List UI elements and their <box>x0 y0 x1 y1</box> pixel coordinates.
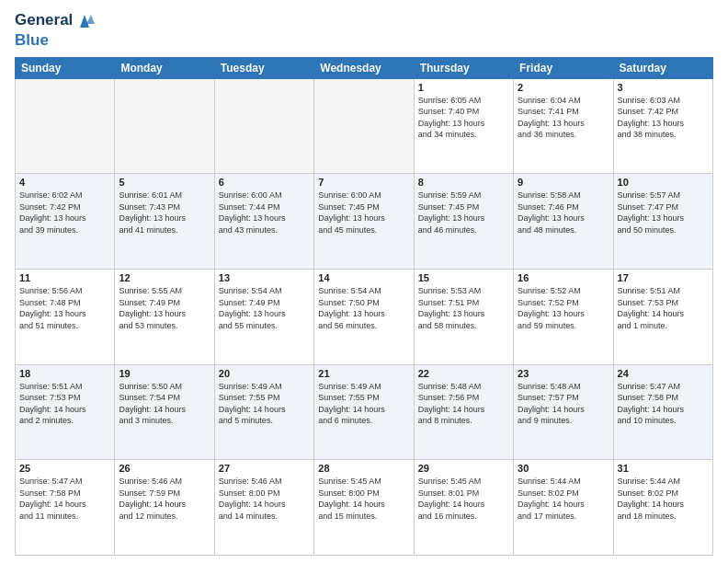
day-info: Sunrise: 5:57 AM Sunset: 7:47 PM Dayligh… <box>618 190 709 236</box>
day-cell: 17Sunrise: 5:51 AM Sunset: 7:53 PM Dayli… <box>613 269 712 364</box>
day-info: Sunrise: 5:49 AM Sunset: 7:55 PM Dayligh… <box>318 381 409 427</box>
day-info: Sunrise: 5:44 AM Sunset: 8:02 PM Dayligh… <box>518 476 609 522</box>
day-number: 11 <box>19 272 110 283</box>
day-info: Sunrise: 6:03 AM Sunset: 7:42 PM Dayligh… <box>618 95 709 141</box>
day-info: Sunrise: 5:48 AM Sunset: 7:57 PM Dayligh… <box>518 381 609 427</box>
day-cell: 15Sunrise: 5:53 AM Sunset: 7:51 PM Dayli… <box>414 269 513 364</box>
day-number: 4 <box>19 177 110 188</box>
day-cell: 2Sunrise: 6:04 AM Sunset: 7:41 PM Daylig… <box>514 78 613 174</box>
day-number: 29 <box>418 463 509 474</box>
day-number: 15 <box>418 272 509 283</box>
day-info: Sunrise: 5:48 AM Sunset: 7:56 PM Dayligh… <box>418 381 509 427</box>
logo-icon <box>74 11 95 31</box>
day-cell: 21Sunrise: 5:49 AM Sunset: 7:55 PM Dayli… <box>314 364 414 460</box>
day-number: 5 <box>119 177 210 188</box>
day-cell: 26Sunrise: 5:46 AM Sunset: 7:59 PM Dayli… <box>115 460 214 556</box>
weekday-header-tuesday: Tuesday <box>214 57 313 78</box>
day-cell: 18Sunrise: 5:51 AM Sunset: 7:53 PM Dayli… <box>16 364 115 460</box>
day-number: 1 <box>418 82 509 93</box>
weekday-header-sunday: Sunday <box>16 57 115 78</box>
day-cell: 31Sunrise: 5:44 AM Sunset: 8:02 PM Dayli… <box>613 460 712 556</box>
day-number: 16 <box>518 272 609 283</box>
day-number: 22 <box>418 368 509 379</box>
day-info: Sunrise: 5:49 AM Sunset: 7:55 PM Dayligh… <box>219 381 310 427</box>
calendar: SundayMondayTuesdayWednesdayThursdayFrid… <box>15 57 713 556</box>
week-row-5: 25Sunrise: 5:47 AM Sunset: 7:58 PM Dayli… <box>16 460 713 556</box>
day-number: 13 <box>219 272 310 283</box>
day-number: 17 <box>618 272 709 283</box>
day-number: 19 <box>119 368 210 379</box>
day-number: 6 <box>219 177 310 188</box>
day-info: Sunrise: 5:51 AM Sunset: 7:53 PM Dayligh… <box>19 381 110 427</box>
day-number: 27 <box>219 463 310 474</box>
day-info: Sunrise: 6:02 AM Sunset: 7:42 PM Dayligh… <box>19 190 110 236</box>
day-number: 23 <box>518 368 609 379</box>
day-cell: 23Sunrise: 5:48 AM Sunset: 7:57 PM Dayli… <box>514 364 613 460</box>
day-cell: 29Sunrise: 5:45 AM Sunset: 8:01 PM Dayli… <box>414 460 513 556</box>
day-cell <box>115 78 214 174</box>
day-cell: 27Sunrise: 5:46 AM Sunset: 8:00 PM Dayli… <box>214 460 313 556</box>
day-info: Sunrise: 5:51 AM Sunset: 7:53 PM Dayligh… <box>618 285 709 331</box>
day-cell: 9Sunrise: 5:58 AM Sunset: 7:46 PM Daylig… <box>514 174 613 270</box>
week-row-1: 1Sunrise: 6:05 AM Sunset: 7:40 PM Daylig… <box>16 78 713 174</box>
day-cell: 5Sunrise: 6:01 AM Sunset: 7:43 PM Daylig… <box>115 174 214 270</box>
day-number: 7 <box>318 177 409 188</box>
week-row-4: 18Sunrise: 5:51 AM Sunset: 7:53 PM Dayli… <box>16 364 713 460</box>
day-cell: 1Sunrise: 6:05 AM Sunset: 7:40 PM Daylig… <box>414 78 513 174</box>
day-number: 28 <box>318 463 409 474</box>
day-cell: 7Sunrise: 6:00 AM Sunset: 7:45 PM Daylig… <box>314 174 414 270</box>
day-info: Sunrise: 6:01 AM Sunset: 7:43 PM Dayligh… <box>119 190 210 236</box>
day-cell: 28Sunrise: 5:45 AM Sunset: 8:00 PM Dayli… <box>314 460 414 556</box>
day-info: Sunrise: 5:58 AM Sunset: 7:46 PM Dayligh… <box>518 190 609 236</box>
day-info: Sunrise: 6:05 AM Sunset: 7:40 PM Dayligh… <box>418 95 509 141</box>
day-number: 26 <box>119 463 210 474</box>
day-cell: 8Sunrise: 5:59 AM Sunset: 7:45 PM Daylig… <box>414 174 513 270</box>
day-cell: 19Sunrise: 5:50 AM Sunset: 7:54 PM Dayli… <box>115 364 214 460</box>
day-info: Sunrise: 5:54 AM Sunset: 7:49 PM Dayligh… <box>219 285 310 331</box>
day-info: Sunrise: 5:45 AM Sunset: 8:01 PM Dayligh… <box>418 476 509 522</box>
day-number: 20 <box>219 368 310 379</box>
day-number: 31 <box>618 463 709 474</box>
logo-blue: Blue <box>15 31 95 50</box>
header: General Blue <box>15 11 713 50</box>
day-number: 18 <box>19 368 110 379</box>
day-cell: 3Sunrise: 6:03 AM Sunset: 7:42 PM Daylig… <box>613 78 712 174</box>
day-cell: 16Sunrise: 5:52 AM Sunset: 7:52 PM Dayli… <box>514 269 613 364</box>
day-info: Sunrise: 5:56 AM Sunset: 7:48 PM Dayligh… <box>19 285 110 331</box>
day-info: Sunrise: 5:54 AM Sunset: 7:50 PM Dayligh… <box>318 285 409 331</box>
day-number: 25 <box>19 463 110 474</box>
day-info: Sunrise: 5:46 AM Sunset: 7:59 PM Dayligh… <box>119 476 210 522</box>
day-info: Sunrise: 6:04 AM Sunset: 7:41 PM Dayligh… <box>518 95 609 141</box>
logo: General Blue <box>15 11 95 50</box>
day-number: 14 <box>318 272 409 283</box>
day-cell: 10Sunrise: 5:57 AM Sunset: 7:47 PM Dayli… <box>613 174 712 270</box>
day-cell: 14Sunrise: 5:54 AM Sunset: 7:50 PM Dayli… <box>314 269 414 364</box>
weekday-header-wednesday: Wednesday <box>314 57 414 78</box>
day-cell <box>16 78 115 174</box>
day-number: 21 <box>318 368 409 379</box>
svg-marker-1 <box>86 15 95 24</box>
day-number: 30 <box>518 463 609 474</box>
day-cell: 11Sunrise: 5:56 AM Sunset: 7:48 PM Dayli… <box>16 269 115 364</box>
day-info: Sunrise: 5:59 AM Sunset: 7:45 PM Dayligh… <box>418 190 509 236</box>
day-number: 3 <box>618 82 709 93</box>
day-cell: 24Sunrise: 5:47 AM Sunset: 7:58 PM Dayli… <box>613 364 712 460</box>
weekday-header-saturday: Saturday <box>613 57 712 78</box>
day-number: 8 <box>418 177 509 188</box>
day-info: Sunrise: 5:50 AM Sunset: 7:54 PM Dayligh… <box>119 381 210 427</box>
day-info: Sunrise: 5:47 AM Sunset: 7:58 PM Dayligh… <box>19 476 110 522</box>
weekday-header-friday: Friday <box>514 57 613 78</box>
logo-text: General <box>15 11 95 31</box>
day-info: Sunrise: 5:46 AM Sunset: 8:00 PM Dayligh… <box>219 476 310 522</box>
day-number: 9 <box>518 177 609 188</box>
weekday-header-thursday: Thursday <box>414 57 513 78</box>
day-cell: 6Sunrise: 6:00 AM Sunset: 7:44 PM Daylig… <box>214 174 313 270</box>
day-info: Sunrise: 5:53 AM Sunset: 7:51 PM Dayligh… <box>418 285 509 331</box>
day-number: 2 <box>518 82 609 93</box>
day-cell: 4Sunrise: 6:02 AM Sunset: 7:42 PM Daylig… <box>16 174 115 270</box>
day-number: 10 <box>618 177 709 188</box>
day-info: Sunrise: 5:44 AM Sunset: 8:02 PM Dayligh… <box>618 476 709 522</box>
day-cell: 12Sunrise: 5:55 AM Sunset: 7:49 PM Dayli… <box>115 269 214 364</box>
weekday-header-monday: Monday <box>115 57 214 78</box>
day-info: Sunrise: 6:00 AM Sunset: 7:44 PM Dayligh… <box>219 190 310 236</box>
